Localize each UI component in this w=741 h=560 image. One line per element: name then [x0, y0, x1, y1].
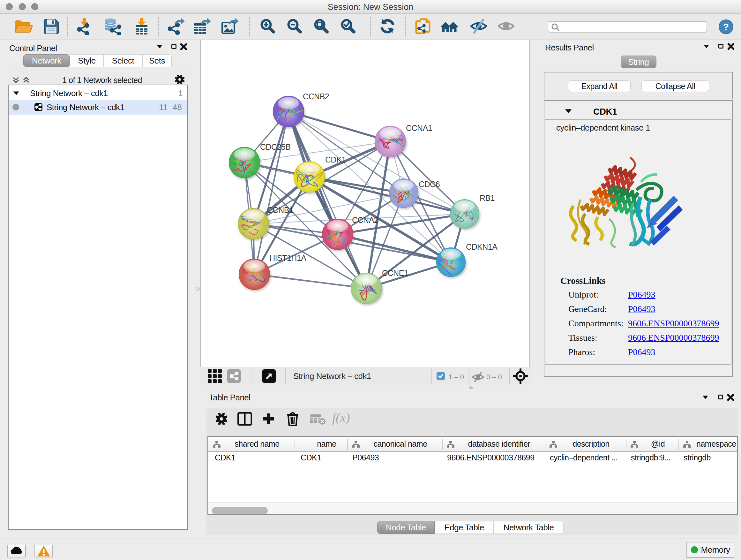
svg-text:CDC6: CDC6 [419, 180, 440, 189]
svg-text:CCNA1: CCNA1 [406, 124, 432, 132]
svg-text:?: ? [723, 21, 729, 32]
svg-text:CCNE1: CCNE1 [382, 268, 408, 277]
svg-text:CCNA2: CCNA2 [352, 215, 378, 225]
svg-text:RB1: RB1 [480, 193, 495, 202]
svg-text:CCNB1: CCNB1 [267, 206, 293, 214]
svg-text:CDK1: CDK1 [325, 155, 346, 164]
svg-text:HIST1H1A: HIST1H1A [269, 253, 307, 262]
svg-text:CDC25B: CDC25B [260, 142, 291, 151]
svg-text:CCNB2: CCNB2 [303, 92, 329, 101]
svg-text:CDKN1A: CDKN1A [466, 242, 497, 251]
